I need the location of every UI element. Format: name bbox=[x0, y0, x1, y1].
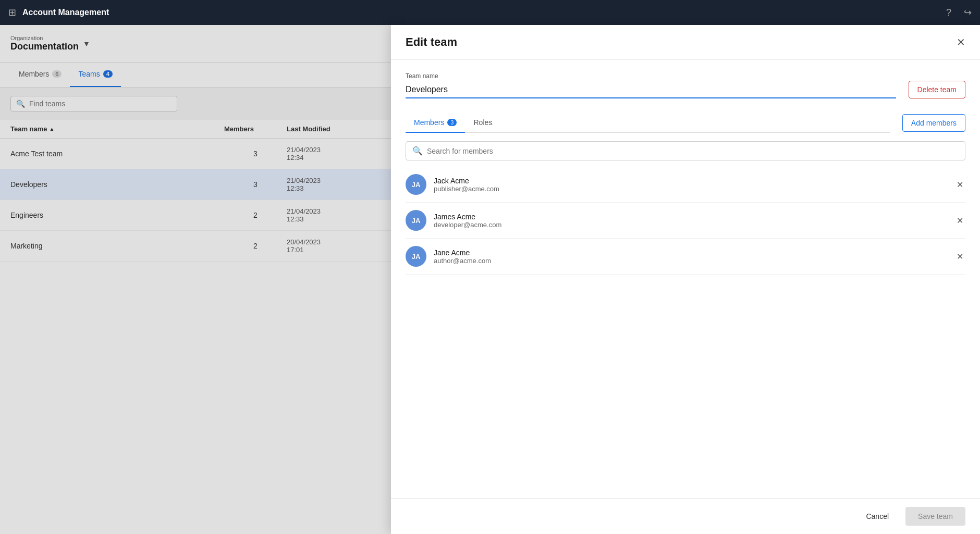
avatar: JA bbox=[406, 246, 426, 267]
remove-member-button[interactable]: ✕ bbox=[954, 178, 965, 192]
remove-member-button[interactable]: ✕ bbox=[954, 250, 965, 264]
tab-teams[interactable]: Teams 4 bbox=[70, 62, 120, 87]
team-name-section: Team name Delete team bbox=[406, 72, 965, 98]
left-panel: Organization Documentation ▼ Members 6 T… bbox=[0, 25, 391, 534]
team-name-input[interactable] bbox=[406, 83, 896, 98]
table-row[interactable]: Developers 3 21/04/202312:33 bbox=[0, 169, 391, 200]
member-search-icon: 🔍 bbox=[412, 146, 423, 156]
row-members: 2 bbox=[224, 211, 287, 219]
close-panel-button[interactable]: ✕ bbox=[957, 36, 965, 48]
row-lastmod: 21/04/202312:33 bbox=[287, 177, 381, 192]
member-email: developer@acme.com bbox=[434, 221, 947, 229]
member-name: Jane Acme bbox=[434, 249, 947, 257]
org-header: Organization Documentation ▼ bbox=[0, 25, 391, 63]
team-name-label: Team name bbox=[406, 72, 896, 80]
find-teams-input[interactable] bbox=[29, 100, 172, 108]
main-layout: Organization Documentation ▼ Members 6 T… bbox=[0, 25, 980, 534]
edit-panel-footer: Cancel Save team bbox=[391, 498, 980, 534]
member-email: publisher@acme.com bbox=[434, 185, 947, 193]
help-icon[interactable]: ? bbox=[946, 7, 951, 18]
add-members-button[interactable]: Add members bbox=[902, 114, 965, 132]
tab-panel-roles[interactable]: Roles bbox=[465, 113, 500, 133]
org-label: Organization bbox=[10, 35, 79, 41]
table-row[interactable]: Marketing 2 20/04/202317:01 bbox=[0, 231, 391, 262]
cancel-button[interactable]: Cancel bbox=[855, 507, 899, 526]
org-dropdown-icon[interactable]: ▼ bbox=[83, 40, 90, 48]
edit-panel-body: Team name Delete team Members 3 Roles bbox=[391, 60, 980, 498]
tab-members[interactable]: Members 6 bbox=[10, 62, 70, 87]
grid-icon[interactable]: ⊞ bbox=[8, 7, 16, 18]
teams-table: Team name ▲ Members Last Modified Acme T… bbox=[0, 120, 391, 534]
search-area: 🔍 bbox=[0, 88, 391, 120]
app-title: Account Management bbox=[22, 8, 109, 17]
delete-team-button[interactable]: Delete team bbox=[909, 81, 965, 98]
org-name: Documentation bbox=[10, 41, 79, 52]
remove-member-button[interactable]: ✕ bbox=[954, 214, 965, 228]
members-list: JA Jack Acme publisher@acme.com ✕ JA Jam… bbox=[406, 167, 965, 275]
org-info: Organization Documentation bbox=[10, 35, 79, 52]
top-nav: ⊞ Account Management ? ↪ bbox=[0, 0, 980, 25]
table-row[interactable]: Engineers 2 21/04/202312:33 bbox=[0, 200, 391, 231]
row-teamname: Acme Test team bbox=[10, 150, 224, 158]
row-teamname: Developers bbox=[10, 180, 224, 189]
edit-team-panel: Edit team ✕ Team name Delete team Member… bbox=[391, 25, 980, 534]
inner-tabs-action-row: Members 3 Roles Add members bbox=[406, 113, 965, 133]
search-input-wrap[interactable]: 🔍 bbox=[10, 96, 177, 111]
avatar: JA bbox=[406, 210, 426, 231]
member-row: JA Jane Acme author@acme.com ✕ bbox=[406, 239, 965, 275]
row-members: 3 bbox=[224, 150, 287, 158]
member-name: Jack Acme bbox=[434, 177, 947, 185]
row-members: 3 bbox=[224, 180, 287, 189]
sort-icon: ▲ bbox=[50, 126, 55, 132]
avatar: JA bbox=[406, 174, 426, 195]
col-members: Members bbox=[224, 125, 287, 133]
teams-count-badge: 4 bbox=[103, 70, 113, 78]
edit-panel-header: Edit team ✕ bbox=[391, 25, 980, 60]
inner-tabs: Members 3 Roles bbox=[406, 113, 890, 133]
member-info: Jane Acme author@acme.com bbox=[434, 249, 947, 265]
member-info: Jack Acme publisher@acme.com bbox=[434, 177, 947, 193]
save-team-button[interactable]: Save team bbox=[905, 507, 965, 526]
row-lastmod: 21/04/202312:33 bbox=[287, 207, 381, 223]
edit-panel-title: Edit team bbox=[406, 35, 457, 49]
member-name: James Acme bbox=[434, 213, 947, 221]
table-row[interactable]: Acme Test team 3 21/04/202312:34 bbox=[0, 139, 391, 169]
tab-panel-members[interactable]: Members 3 bbox=[406, 113, 465, 133]
logout-icon[interactable]: ↪ bbox=[964, 7, 972, 18]
team-name-field: Team name bbox=[406, 72, 896, 98]
row-lastmod: 20/04/202317:01 bbox=[287, 238, 381, 254]
row-members: 2 bbox=[224, 242, 287, 250]
row-teamname: Engineers bbox=[10, 211, 224, 219]
inner-tabs-wrapper: Members 3 Roles bbox=[406, 113, 890, 133]
table-header: Team name ▲ Members Last Modified bbox=[0, 120, 391, 139]
col-teamname[interactable]: Team name ▲ bbox=[10, 125, 224, 133]
row-lastmod: 21/04/202312:34 bbox=[287, 146, 381, 162]
search-icon: 🔍 bbox=[16, 100, 25, 108]
main-tabs-bar: Members 6 Teams 4 bbox=[0, 63, 391, 88]
member-row: JA James Acme developer@acme.com ✕ bbox=[406, 203, 965, 239]
member-search-input[interactable] bbox=[427, 147, 959, 155]
member-email: author@acme.com bbox=[434, 257, 947, 265]
col-lastmodified: Last Modified bbox=[287, 125, 381, 133]
members-count-badge: 6 bbox=[52, 70, 62, 78]
member-row: JA Jack Acme publisher@acme.com ✕ bbox=[406, 167, 965, 203]
member-info: James Acme developer@acme.com bbox=[434, 213, 947, 229]
member-search-wrap[interactable]: 🔍 bbox=[406, 141, 965, 160]
row-teamname: Marketing bbox=[10, 242, 224, 250]
members-tab-badge: 3 bbox=[447, 119, 457, 126]
